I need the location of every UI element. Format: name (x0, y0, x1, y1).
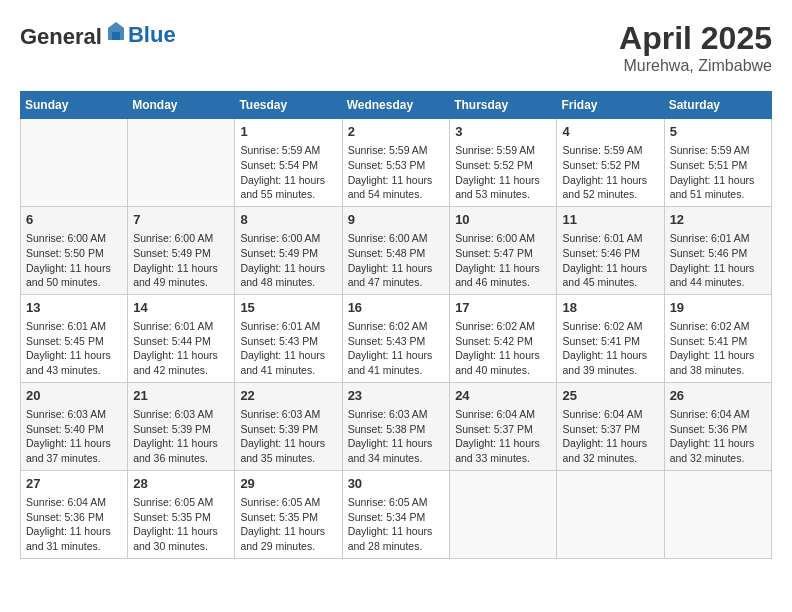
day-info: Sunrise: 5:59 AM Sunset: 5:51 PM Dayligh… (670, 143, 766, 202)
page-header: General Blue April 2025 Murehwa, Zimbabw… (20, 20, 772, 75)
day-info: Sunrise: 6:03 AM Sunset: 5:40 PM Dayligh… (26, 407, 122, 466)
day-cell: 15Sunrise: 6:01 AM Sunset: 5:43 PM Dayli… (235, 294, 342, 382)
day-number: 9 (348, 211, 445, 229)
day-number: 19 (670, 299, 766, 317)
day-info: Sunrise: 6:01 AM Sunset: 5:43 PM Dayligh… (240, 319, 336, 378)
day-info: Sunrise: 6:04 AM Sunset: 5:37 PM Dayligh… (455, 407, 551, 466)
weekday-header: Wednesday (342, 92, 450, 119)
day-number: 14 (133, 299, 229, 317)
weekday-header: Monday (128, 92, 235, 119)
calendar-table: SundayMondayTuesdayWednesdayThursdayFrid… (20, 91, 772, 559)
weekday-header: Thursday (450, 92, 557, 119)
location-title: Murehwa, Zimbabwe (619, 57, 772, 75)
day-cell: 1Sunrise: 5:59 AM Sunset: 5:54 PM Daylig… (235, 119, 342, 207)
day-cell: 7Sunrise: 6:00 AM Sunset: 5:49 PM Daylig… (128, 206, 235, 294)
day-cell (664, 470, 771, 558)
day-cell (128, 119, 235, 207)
day-cell: 16Sunrise: 6:02 AM Sunset: 5:43 PM Dayli… (342, 294, 450, 382)
day-number: 1 (240, 123, 336, 141)
day-number: 8 (240, 211, 336, 229)
day-cell (450, 470, 557, 558)
day-number: 4 (562, 123, 658, 141)
day-number: 29 (240, 475, 336, 493)
weekday-header-row: SundayMondayTuesdayWednesdayThursdayFrid… (21, 92, 772, 119)
day-info: Sunrise: 6:04 AM Sunset: 5:37 PM Dayligh… (562, 407, 658, 466)
day-number: 18 (562, 299, 658, 317)
day-info: Sunrise: 6:02 AM Sunset: 5:41 PM Dayligh… (562, 319, 658, 378)
day-info: Sunrise: 6:00 AM Sunset: 5:50 PM Dayligh… (26, 231, 122, 290)
day-number: 12 (670, 211, 766, 229)
day-cell: 20Sunrise: 6:03 AM Sunset: 5:40 PM Dayli… (21, 382, 128, 470)
day-number: 11 (562, 211, 658, 229)
day-number: 10 (455, 211, 551, 229)
day-info: Sunrise: 6:00 AM Sunset: 5:49 PM Dayligh… (240, 231, 336, 290)
day-cell: 9Sunrise: 6:00 AM Sunset: 5:48 PM Daylig… (342, 206, 450, 294)
day-number: 7 (133, 211, 229, 229)
day-info: Sunrise: 6:01 AM Sunset: 5:46 PM Dayligh… (670, 231, 766, 290)
day-info: Sunrise: 6:03 AM Sunset: 5:39 PM Dayligh… (133, 407, 229, 466)
title-block: April 2025 Murehwa, Zimbabwe (619, 20, 772, 75)
day-cell: 23Sunrise: 6:03 AM Sunset: 5:38 PM Dayli… (342, 382, 450, 470)
day-cell: 30Sunrise: 6:05 AM Sunset: 5:34 PM Dayli… (342, 470, 450, 558)
day-info: Sunrise: 6:04 AM Sunset: 5:36 PM Dayligh… (26, 495, 122, 554)
day-cell: 26Sunrise: 6:04 AM Sunset: 5:36 PM Dayli… (664, 382, 771, 470)
day-cell: 8Sunrise: 6:00 AM Sunset: 5:49 PM Daylig… (235, 206, 342, 294)
day-cell: 6Sunrise: 6:00 AM Sunset: 5:50 PM Daylig… (21, 206, 128, 294)
day-number: 20 (26, 387, 122, 405)
day-info: Sunrise: 6:02 AM Sunset: 5:43 PM Dayligh… (348, 319, 445, 378)
day-number: 27 (26, 475, 122, 493)
logo: General Blue (20, 20, 176, 50)
day-cell: 10Sunrise: 6:00 AM Sunset: 5:47 PM Dayli… (450, 206, 557, 294)
day-number: 25 (562, 387, 658, 405)
day-number: 28 (133, 475, 229, 493)
day-number: 22 (240, 387, 336, 405)
day-cell: 13Sunrise: 6:01 AM Sunset: 5:45 PM Dayli… (21, 294, 128, 382)
day-info: Sunrise: 6:04 AM Sunset: 5:36 PM Dayligh… (670, 407, 766, 466)
day-number: 5 (670, 123, 766, 141)
day-number: 16 (348, 299, 445, 317)
day-number: 15 (240, 299, 336, 317)
weekday-header: Friday (557, 92, 664, 119)
day-cell (21, 119, 128, 207)
day-number: 3 (455, 123, 551, 141)
day-info: Sunrise: 5:59 AM Sunset: 5:52 PM Dayligh… (562, 143, 658, 202)
day-number: 30 (348, 475, 445, 493)
day-cell: 22Sunrise: 6:03 AM Sunset: 5:39 PM Dayli… (235, 382, 342, 470)
day-cell: 18Sunrise: 6:02 AM Sunset: 5:41 PM Dayli… (557, 294, 664, 382)
day-cell (557, 470, 664, 558)
day-info: Sunrise: 6:00 AM Sunset: 5:49 PM Dayligh… (133, 231, 229, 290)
day-cell: 29Sunrise: 6:05 AM Sunset: 5:35 PM Dayli… (235, 470, 342, 558)
day-cell: 24Sunrise: 6:04 AM Sunset: 5:37 PM Dayli… (450, 382, 557, 470)
day-number: 17 (455, 299, 551, 317)
week-row: 27Sunrise: 6:04 AM Sunset: 5:36 PM Dayli… (21, 470, 772, 558)
day-info: Sunrise: 6:01 AM Sunset: 5:45 PM Dayligh… (26, 319, 122, 378)
day-cell: 14Sunrise: 6:01 AM Sunset: 5:44 PM Dayli… (128, 294, 235, 382)
day-cell: 11Sunrise: 6:01 AM Sunset: 5:46 PM Dayli… (557, 206, 664, 294)
day-info: Sunrise: 5:59 AM Sunset: 5:54 PM Dayligh… (240, 143, 336, 202)
day-cell: 2Sunrise: 5:59 AM Sunset: 5:53 PM Daylig… (342, 119, 450, 207)
day-info: Sunrise: 6:00 AM Sunset: 5:48 PM Dayligh… (348, 231, 445, 290)
day-cell: 25Sunrise: 6:04 AM Sunset: 5:37 PM Dayli… (557, 382, 664, 470)
day-info: Sunrise: 6:05 AM Sunset: 5:34 PM Dayligh… (348, 495, 445, 554)
day-info: Sunrise: 6:05 AM Sunset: 5:35 PM Dayligh… (133, 495, 229, 554)
week-row: 6Sunrise: 6:00 AM Sunset: 5:50 PM Daylig… (21, 206, 772, 294)
week-row: 1Sunrise: 5:59 AM Sunset: 5:54 PM Daylig… (21, 119, 772, 207)
day-cell: 5Sunrise: 5:59 AM Sunset: 5:51 PM Daylig… (664, 119, 771, 207)
day-cell: 28Sunrise: 6:05 AM Sunset: 5:35 PM Dayli… (128, 470, 235, 558)
day-number: 2 (348, 123, 445, 141)
day-cell: 19Sunrise: 6:02 AM Sunset: 5:41 PM Dayli… (664, 294, 771, 382)
weekday-header: Saturday (664, 92, 771, 119)
day-info: Sunrise: 6:01 AM Sunset: 5:46 PM Dayligh… (562, 231, 658, 290)
day-info: Sunrise: 5:59 AM Sunset: 5:52 PM Dayligh… (455, 143, 551, 202)
day-info: Sunrise: 6:03 AM Sunset: 5:38 PM Dayligh… (348, 407, 445, 466)
day-info: Sunrise: 6:00 AM Sunset: 5:47 PM Dayligh… (455, 231, 551, 290)
day-cell: 21Sunrise: 6:03 AM Sunset: 5:39 PM Dayli… (128, 382, 235, 470)
day-cell: 17Sunrise: 6:02 AM Sunset: 5:42 PM Dayli… (450, 294, 557, 382)
week-row: 20Sunrise: 6:03 AM Sunset: 5:40 PM Dayli… (21, 382, 772, 470)
day-number: 24 (455, 387, 551, 405)
day-cell: 27Sunrise: 6:04 AM Sunset: 5:36 PM Dayli… (21, 470, 128, 558)
logo-general: General (20, 20, 128, 50)
day-number: 23 (348, 387, 445, 405)
month-title: April 2025 (619, 20, 772, 57)
day-cell: 4Sunrise: 5:59 AM Sunset: 5:52 PM Daylig… (557, 119, 664, 207)
